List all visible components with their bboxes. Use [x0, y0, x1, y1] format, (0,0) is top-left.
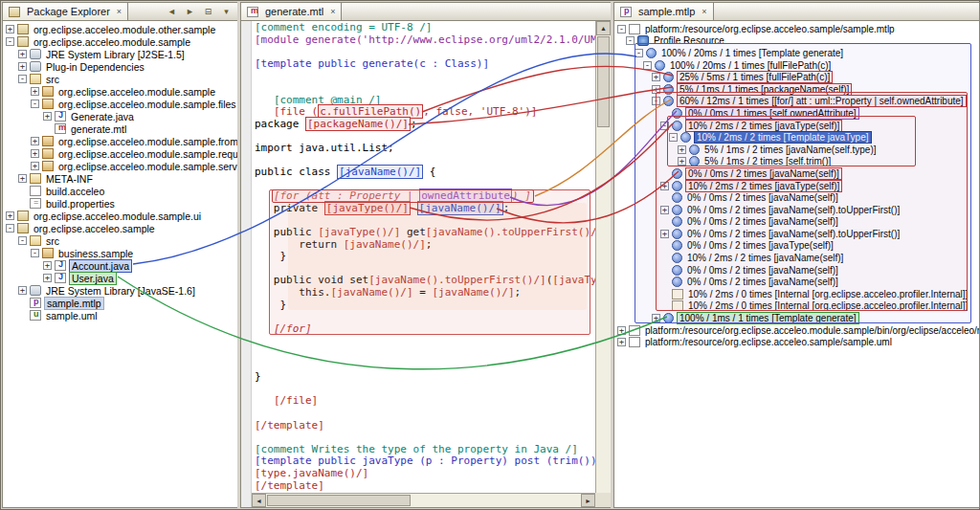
profile-node[interactable]: +0% / 0ms / 2 times [javaName(self).toUp… — [614, 204, 979, 216]
close-icon[interactable] — [117, 7, 122, 16]
tree-expand-icon[interactable]: + — [31, 162, 39, 170]
tree-expand-icon[interactable]: + — [43, 274, 52, 282]
package-explorer-item[interactable]: +JRE System Library [JavaSE-1.6] — [3, 284, 237, 297]
tree-collapse-icon[interactable]: - — [18, 75, 27, 83]
vertical-scroll-thumb[interactable] — [597, 36, 610, 127]
tree-expand-icon[interactable]: + — [617, 326, 626, 335]
package-explorer-item[interactable]: +org.eclipse.acceleo.module.sample.reque… — [3, 147, 237, 160]
code-editor[interactable]: [comment encoding = UTF-8 /][module gene… — [255, 22, 595, 507]
package-explorer-item[interactable]: +Generate.java — [3, 110, 237, 122]
tree-expand-icon[interactable]: + — [652, 314, 660, 322]
forward-icon[interactable]: ► — [182, 5, 198, 19]
package-explorer-item[interactable]: build.properties — [3, 197, 237, 210]
tree-expand-icon[interactable]: + — [31, 87, 39, 96]
tree-expand-icon[interactable]: + — [660, 230, 669, 238]
tree-collapse-icon[interactable]: - — [652, 97, 660, 105]
tree-collapse-icon[interactable]: - — [6, 37, 14, 46]
profile-node[interactable]: -10% / 2ms / 2 times [Template javaType] — [614, 131, 979, 144]
profile-node[interactable]: -Profile Resource — [614, 35, 979, 48]
tree-expand-icon[interactable]: + — [678, 157, 686, 166]
tree-collapse-icon[interactable]: - — [643, 61, 652, 70]
profile-node[interactable]: +platform:/resource/org.eclipse.acceleo.… — [614, 324, 979, 337]
package-explorer-item[interactable]: +org.eclipse.acceleo.module.sample.ui — [3, 210, 237, 222]
profile-node[interactable]: 0% / 0ms / 2 times [javaName(self)] — [614, 276, 979, 288]
package-explorer-item[interactable]: -org.eclipse.acceleo.module.sample.files — [3, 98, 237, 110]
profile-node[interactable]: -10% / 2ms / 2 times [javaType(self)] — [614, 120, 979, 132]
package-explorer-item[interactable]: +org.eclipse.acceleo.module.sample.frome… — [3, 135, 237, 147]
tree-collapse-icon[interactable]: - — [660, 122, 669, 130]
profile-node[interactable]: -100% / 20ms / 1 times [Template generat… — [614, 47, 979, 59]
tree-collapse-icon[interactable]: - — [18, 236, 27, 245]
package-explorer-item[interactable]: +JRE System Library [J2SE-1.5] — [3, 48, 237, 60]
package-explorer-item[interactable]: -org.eclipse.acceleo.module.sample — [3, 35, 237, 48]
view-menu-icon[interactable]: ▾ — [218, 5, 234, 19]
tree-expand-icon[interactable]: + — [660, 206, 669, 214]
package-explorer-item[interactable]: generate.mtl — [3, 122, 237, 135]
profile-node[interactable]: 0% / 0ms / 2 times [javaName(self)] — [614, 167, 979, 180]
package-explorer-tree[interactable]: +org.eclipse.acceleo.module.other.sample… — [3, 21, 237, 507]
package-explorer-item[interactable]: -business.sample — [3, 247, 237, 259]
horizontal-scroll-thumb[interactable] — [267, 495, 411, 506]
profile-node[interactable]: +10% / 2ms / 2 times [javaType(self)] — [614, 180, 979, 192]
tree-collapse-icon[interactable]: - — [626, 36, 635, 45]
tree-expand-icon[interactable]: + — [43, 112, 52, 121]
profiler-tree[interactable]: -platform:/resource/org.eclipse.acceleo.… — [614, 21, 979, 507]
tree-expand-icon[interactable]: + — [18, 62, 27, 71]
tree-expand-icon[interactable]: + — [18, 174, 27, 183]
profile-node[interactable]: 0% / 0ms / 2 times [javaName(self)] — [614, 264, 979, 277]
profile-node[interactable]: 0% / 0ms / 2 times [javaType(self)] — [614, 240, 979, 253]
package-explorer-item[interactable]: +org.eclipse.acceleo.module.other.sample — [3, 23, 237, 35]
tree-expand-icon[interactable]: + — [660, 182, 669, 190]
package-explorer-item[interactable]: sample.uml — [3, 309, 237, 322]
package-explorer-item[interactable]: sample.mtlp — [3, 297, 237, 309]
package-explorer-item[interactable]: +Account.java — [3, 259, 237, 272]
scroll-left-icon[interactable]: ◄ — [252, 494, 266, 507]
profile-node[interactable]: 10% / 2ms / 0 times [Internal [org.eclip… — [614, 288, 979, 300]
package-explorer-item[interactable]: +org.eclipse.acceleo.module.sample.servi… — [3, 160, 237, 172]
tree-collapse-icon[interactable]: - — [669, 133, 678, 142]
tree-collapse-icon[interactable]: - — [617, 25, 626, 33]
profile-node[interactable]: +5% / 1ms / 2 times [javaName(self.type)… — [614, 144, 979, 156]
profile-node[interactable]: -100% / 20ms / 1 times [fullFilePath(c)] — [614, 59, 979, 72]
tree-expand-icon[interactable]: + — [652, 73, 660, 81]
profile-node[interactable]: +5% / 1ms / 2 times [self.trim()] — [614, 156, 979, 168]
profile-node[interactable]: +100% / 1ms / 1 times [Template generate… — [614, 312, 979, 324]
package-explorer-item[interactable]: +Plug-in Dependencies — [3, 60, 237, 73]
close-icon[interactable] — [330, 7, 335, 16]
tree-collapse-icon[interactable]: - — [635, 49, 643, 57]
tree-expand-icon[interactable]: + — [6, 25, 14, 33]
profile-node[interactable]: 0% / 0ms / 1 times [self.ownedAttribute] — [614, 107, 979, 120]
vertical-scrollbar[interactable]: ▲ ▼ — [595, 21, 611, 507]
tree-expand-icon[interactable]: + — [31, 149, 39, 158]
package-explorer-item[interactable]: -src — [3, 73, 237, 85]
profile-node[interactable]: +platform:/resource/org.eclipse.acceleo.… — [614, 336, 979, 348]
scroll-up-icon[interactable]: ▲ — [596, 21, 611, 35]
close-icon[interactable] — [702, 7, 706, 16]
package-explorer-item[interactable]: +org.eclipse.acceleo.module.sample — [3, 85, 237, 98]
profile-node[interactable]: 0% / 0ms / 2 times [javaName(self)] — [614, 216, 979, 229]
profile-node[interactable]: 10% / 2ms / 2 times [javaName(self)] — [614, 252, 979, 264]
profile-node[interactable]: +0% / 0ms / 2 times [javaName(self).toUp… — [614, 228, 979, 240]
package-explorer-item[interactable]: +META-INF — [3, 172, 237, 185]
tree-expand-icon[interactable]: + — [18, 286, 27, 295]
profile-node[interactable]: -60% / 12ms / 1 times [[for/] att : uml:… — [614, 96, 979, 108]
tree-expand-icon[interactable]: + — [617, 338, 626, 346]
package-explorer-item[interactable]: -src — [3, 234, 237, 247]
back-icon[interactable]: ◄ — [164, 5, 180, 19]
package-explorer-item[interactable]: build.acceleo — [3, 185, 237, 197]
tree-collapse-icon[interactable]: - — [31, 249, 39, 257]
tab-package-explorer[interactable]: Package Explorer — [3, 3, 128, 20]
profile-node[interactable]: +25% / 5ms / 1 times [fullFilePath(c)] — [614, 71, 979, 83]
tree-expand-icon[interactable]: + — [43, 261, 52, 270]
tree-expand-icon[interactable]: + — [31, 137, 39, 145]
tree-expand-icon[interactable]: + — [678, 145, 686, 154]
tree-collapse-icon[interactable]: - — [6, 224, 14, 233]
tab-generate-mtl[interactable]: generate.mtl — [241, 3, 342, 20]
tree-expand-icon[interactable]: + — [6, 211, 14, 220]
package-explorer-item[interactable]: -org.eclipse.acceleo.sample — [3, 222, 237, 234]
horizontal-scrollbar[interactable]: ◄ ► — [252, 493, 595, 507]
tree-expand-icon[interactable]: + — [652, 85, 660, 94]
scroll-right-icon[interactable]: ► — [581, 494, 595, 507]
profile-node[interactable]: +5% / 1ms / 1 times [packageName(self)] — [614, 83, 979, 96]
package-explorer-item[interactable]: +User.java — [3, 272, 237, 284]
